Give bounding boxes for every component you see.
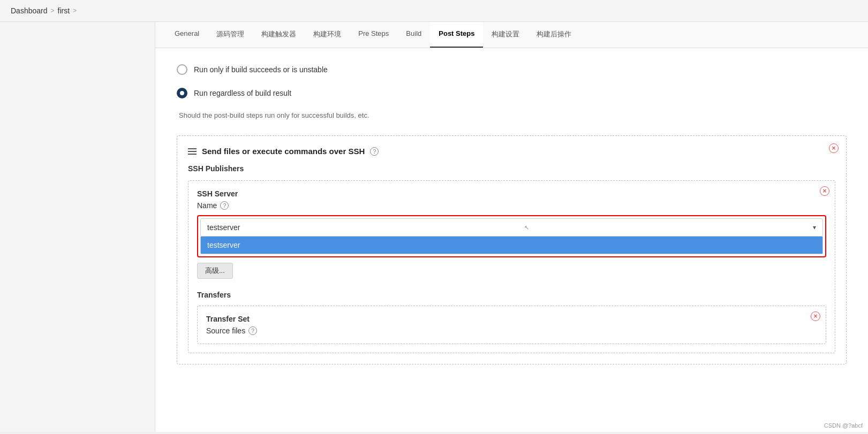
publishers-label: SSH Publishers xyxy=(188,164,835,173)
source-files-row: Source files ? xyxy=(206,326,817,335)
name-help-icon[interactable]: ? xyxy=(220,201,229,210)
transfer-set-label: Transfer Set xyxy=(206,315,817,323)
ssh-section-title: Send files or execute commands over SSH xyxy=(202,147,365,156)
dropdown-overlay: testserver ↖ ▾ testserver xyxy=(197,215,826,257)
server-dropdown[interactable]: testserver ↖ ▾ testserver xyxy=(200,218,823,254)
dropdown-item-testserver[interactable]: testserver xyxy=(201,237,822,254)
source-files-help-icon[interactable]: ? xyxy=(248,326,257,335)
breadcrumb-project[interactable]: first xyxy=(58,6,70,15)
ssh-publishers-box: SSH Server Name ? × testserver ↖ xyxy=(188,180,835,353)
radio-label-always: Run regardless of build result xyxy=(194,89,291,97)
advanced-button[interactable]: 高级... xyxy=(197,263,233,279)
breadcrumb-sep2: > xyxy=(73,7,77,14)
tab-build-env[interactable]: 构建环境 xyxy=(305,22,350,48)
transfer-set-box: × Transfer Set Source files ? xyxy=(197,306,826,344)
ssh-section: Send files or execute commands over SSH … xyxy=(177,135,847,364)
description-text: Should the post-build steps run only for… xyxy=(177,111,847,119)
radio-option-success[interactable]: Run only if build succeeds or is unstabl… xyxy=(177,64,847,75)
breadcrumb-sep1: > xyxy=(51,7,55,14)
dropdown-arrow-icon: ▾ xyxy=(813,224,816,231)
dropdown-selected[interactable]: testserver ↖ ▾ xyxy=(200,218,823,237)
watermark: CSDN @?abcf xyxy=(824,422,863,429)
dropdown-menu: testserver xyxy=(200,237,823,254)
main-content: General 源码管理 构建触发器 构建环境 Pre Steps Build … xyxy=(0,22,868,432)
content-panel: General 源码管理 构建触发器 构建环境 Pre Steps Build … xyxy=(155,22,868,432)
name-row: Name ? xyxy=(197,201,826,210)
breadcrumb-dashboard[interactable]: Dashboard xyxy=(11,6,48,15)
tab-build-trigger[interactable]: 构建触发器 xyxy=(253,22,305,48)
tab-post-build[interactable]: 构建后操作 xyxy=(528,22,580,48)
tab-build[interactable]: Build xyxy=(397,22,430,48)
section-header: Send files or execute commands over SSH … xyxy=(188,147,835,156)
source-files-label: Source files xyxy=(206,326,245,335)
tab-source-mgmt[interactable]: 源码管理 xyxy=(208,22,253,48)
radio-circle-always[interactable] xyxy=(177,88,187,98)
content-area: Run only if build succeeds or is unstabl… xyxy=(155,48,868,380)
breadcrumb: Dashboard > first > xyxy=(0,0,868,22)
hamburger-icon[interactable] xyxy=(188,148,197,155)
radio-label-success: Run only if build succeeds or is unstabl… xyxy=(194,65,328,74)
transfer-set-close[interactable]: × xyxy=(811,311,820,321)
transfers-label: Transfers xyxy=(197,291,826,299)
radio-circle-success[interactable] xyxy=(177,64,187,75)
ssh-section-close[interactable]: × xyxy=(829,143,839,153)
tab-build-settings[interactable]: 构建设置 xyxy=(483,22,528,48)
radio-option-always[interactable]: Run regardless of build result xyxy=(177,88,847,98)
ssh-server-label: SSH Server xyxy=(197,189,826,198)
tabs-bar: General 源码管理 构建触发器 构建环境 Pre Steps Build … xyxy=(155,22,868,48)
tab-post-steps[interactable]: Post Steps xyxy=(430,22,483,48)
ssh-server-close[interactable]: × xyxy=(820,186,829,196)
ssh-help-icon[interactable]: ? xyxy=(370,147,379,156)
dropdown-selected-value: testserver xyxy=(207,223,240,232)
tab-pre-steps[interactable]: Pre Steps xyxy=(350,22,397,48)
tab-general[interactable]: General xyxy=(166,22,208,48)
sidebar xyxy=(0,22,155,432)
name-field-label: Name xyxy=(197,201,217,210)
